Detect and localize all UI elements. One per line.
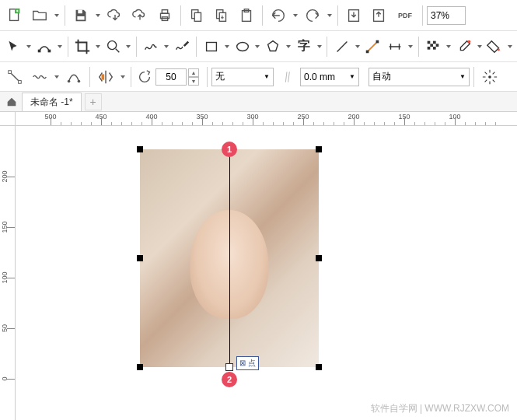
annotation-marker-2: 2 bbox=[222, 372, 237, 387]
auto-dropdown[interactable]: 自动▼ bbox=[369, 68, 470, 86]
pen-tool[interactable] bbox=[172, 35, 193, 58]
svg-rect-23 bbox=[433, 40, 436, 44]
svg-rect-25 bbox=[436, 44, 439, 47]
curve-mirror-icon[interactable] bbox=[62, 65, 86, 89]
property-bar: ▲▼ 无▼ 0.0 mm▼ 自动▼ bbox=[0, 62, 517, 92]
resize-handle-bl[interactable] bbox=[137, 364, 143, 370]
svg-rect-5 bbox=[162, 9, 167, 13]
paste-button[interactable] bbox=[210, 4, 233, 27]
line-tool[interactable] bbox=[331, 35, 352, 58]
fill-dropdown[interactable] bbox=[507, 45, 514, 48]
rotation-spinner[interactable]: ▲▼ bbox=[188, 68, 199, 86]
main-toolbar: PDF bbox=[0, 0, 517, 31]
crop-dropdown[interactable] bbox=[94, 45, 101, 48]
ellipse-dropdown[interactable] bbox=[254, 45, 261, 48]
copy-button[interactable] bbox=[185, 4, 208, 27]
horizontal-ruler[interactable]: 500450400350300250200150100 bbox=[16, 112, 517, 126]
document-tabs: 未命名 -1* + bbox=[0, 92, 517, 112]
undo-dropdown[interactable] bbox=[292, 14, 299, 17]
cloud-upload-button[interactable] bbox=[128, 4, 152, 27]
transparency-tool[interactable] bbox=[423, 35, 444, 58]
rectangle-tool[interactable] bbox=[201, 35, 222, 58]
polygon-tool[interactable] bbox=[263, 35, 284, 58]
export-button[interactable] bbox=[367, 4, 390, 27]
crop-tool[interactable] bbox=[72, 35, 93, 58]
svg-point-34 bbox=[488, 75, 491, 79]
clipboard-button[interactable] bbox=[235, 4, 258, 27]
text-tool[interactable]: 字 bbox=[294, 35, 315, 58]
svg-rect-33 bbox=[102, 74, 105, 79]
svg-rect-18 bbox=[206, 42, 216, 51]
import-button[interactable] bbox=[342, 4, 365, 27]
pick-dropdown[interactable] bbox=[26, 45, 33, 48]
line-width-dropdown[interactable]: 0.0 mm▼ bbox=[300, 68, 359, 86]
rotate-icon[interactable] bbox=[135, 65, 154, 89]
print-button[interactable] bbox=[153, 4, 176, 27]
svg-rect-8 bbox=[194, 12, 201, 21]
redo-button[interactable] bbox=[301, 4, 324, 27]
pick-tool[interactable] bbox=[3, 35, 24, 58]
cloud-download-button[interactable] bbox=[103, 4, 127, 27]
line-style-dropdown[interactable]: 无▼ bbox=[211, 68, 274, 86]
dim-dropdown[interactable] bbox=[407, 45, 414, 48]
svg-point-19 bbox=[236, 42, 248, 51]
eyedropper-tool[interactable] bbox=[453, 35, 474, 58]
pdf-export-button[interactable]: PDF bbox=[392, 4, 418, 27]
mirror-icon[interactable] bbox=[94, 65, 117, 89]
zoom-input[interactable] bbox=[427, 6, 466, 25]
trans-dropdown[interactable] bbox=[445, 45, 452, 48]
mirror-dropdown[interactable] bbox=[119, 75, 127, 79]
canvas[interactable]: 1 2 ⊠ 点 bbox=[16, 126, 517, 420]
svg-rect-2 bbox=[78, 9, 82, 13]
dimension-tool[interactable] bbox=[385, 35, 406, 58]
svg-rect-27 bbox=[433, 47, 436, 50]
resize-handle-br[interactable] bbox=[316, 364, 322, 370]
open-dropdown[interactable] bbox=[53, 14, 61, 17]
connector-tool[interactable] bbox=[362, 35, 383, 58]
line-dropdown[interactable] bbox=[354, 45, 361, 48]
save-dropdown[interactable] bbox=[94, 14, 102, 17]
selected-image[interactable]: 1 2 ⊠ 点 bbox=[140, 149, 319, 367]
add-tab-button[interactable]: + bbox=[85, 93, 102, 110]
open-button[interactable] bbox=[28, 4, 51, 27]
resize-handle-tr[interactable] bbox=[316, 146, 322, 152]
svg-rect-26 bbox=[428, 47, 431, 50]
ellipse-tool[interactable] bbox=[232, 35, 253, 58]
eye-dropdown[interactable] bbox=[476, 45, 483, 48]
undo-button[interactable] bbox=[267, 4, 290, 27]
vertical-ruler[interactable]: 200150100500 bbox=[0, 126, 16, 420]
node-line-icon[interactable] bbox=[3, 65, 26, 89]
vertical-guide-line[interactable] bbox=[229, 149, 230, 367]
line-node-bottom[interactable] bbox=[225, 363, 233, 371]
document-tab[interactable]: 未命名 -1* bbox=[22, 93, 82, 111]
rotation-input[interactable] bbox=[155, 68, 187, 86]
line-width-icon bbox=[283, 65, 299, 89]
resize-handle-ml[interactable] bbox=[137, 255, 143, 261]
svg-rect-22 bbox=[428, 40, 431, 44]
freehand-tool[interactable] bbox=[141, 35, 162, 58]
zoom-tool[interactable] bbox=[103, 35, 124, 58]
freehand-dropdown[interactable] bbox=[163, 45, 170, 48]
shape-dropdown[interactable] bbox=[57, 45, 64, 48]
text-dropdown[interactable] bbox=[316, 45, 323, 48]
fill-tool[interactable] bbox=[484, 35, 505, 58]
rect-dropdown[interactable] bbox=[223, 45, 230, 48]
wave-dropdown[interactable] bbox=[53, 75, 61, 79]
resize-handle-mr[interactable] bbox=[316, 255, 322, 261]
ruler-corner bbox=[0, 112, 16, 126]
svg-rect-15 bbox=[38, 49, 41, 52]
polygon-dropdown[interactable] bbox=[285, 45, 292, 48]
watermark: 软件自学网 | WWW.RJZXW.COM bbox=[371, 402, 509, 415]
resize-handle-tl[interactable] bbox=[137, 146, 143, 152]
svg-rect-16 bbox=[48, 49, 51, 52]
shape-tool[interactable] bbox=[34, 35, 55, 58]
snap-icon[interactable] bbox=[478, 65, 501, 89]
new-doc-button[interactable] bbox=[3, 4, 26, 27]
home-icon[interactable] bbox=[3, 93, 20, 110]
svg-rect-24 bbox=[430, 44, 433, 47]
wave-icon[interactable] bbox=[28, 65, 51, 89]
svg-rect-21 bbox=[376, 40, 379, 43]
zoom-dropdown[interactable] bbox=[125, 45, 132, 48]
redo-dropdown[interactable] bbox=[326, 14, 334, 17]
save-button[interactable] bbox=[69, 4, 93, 27]
